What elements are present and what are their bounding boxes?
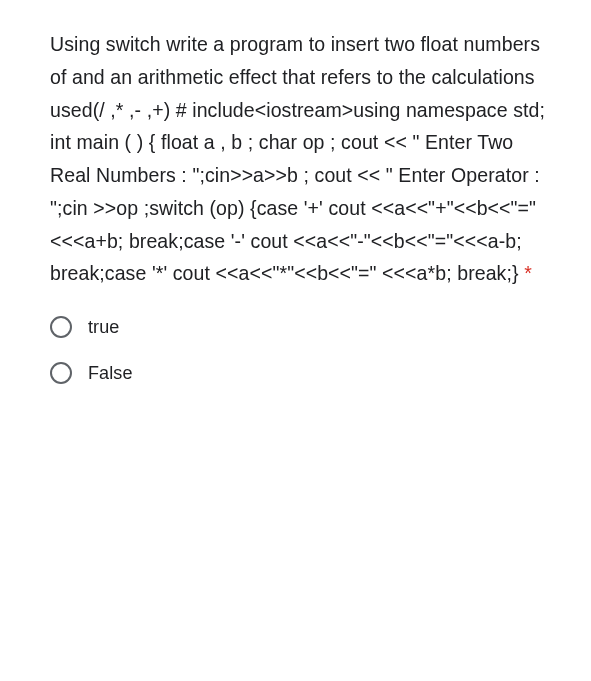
radio-icon	[50, 316, 72, 338]
options-group: true False	[50, 316, 551, 384]
question-body: Using switch write a program to insert t…	[50, 33, 545, 284]
required-asterisk: *	[524, 262, 532, 284]
question-text: Using switch write a program to insert t…	[50, 28, 551, 290]
option-label: true	[88, 317, 119, 338]
option-false[interactable]: False	[50, 362, 551, 384]
option-label: False	[88, 363, 133, 384]
option-true[interactable]: true	[50, 316, 551, 338]
radio-icon	[50, 362, 72, 384]
